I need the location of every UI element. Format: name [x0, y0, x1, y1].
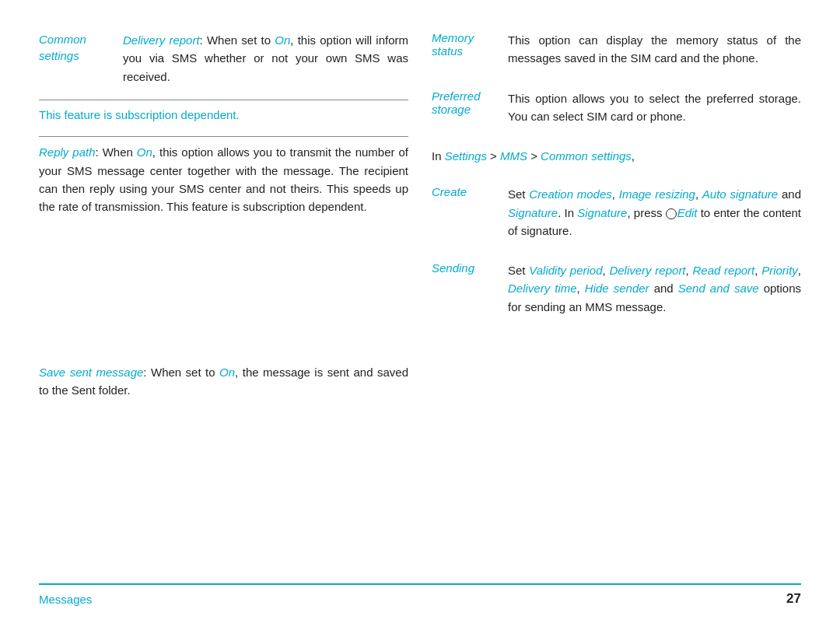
in-settings-pre: In: [432, 149, 445, 163]
in-settings-mms: MMS: [500, 149, 527, 163]
sending-and: and: [649, 282, 678, 295]
create-press: , press: [627, 206, 665, 219]
reply-path-label: Reply path: [39, 145, 96, 159]
sending-pre: Set: [508, 264, 529, 277]
sending-row: Sending Set Validity period, Delivery re…: [432, 261, 801, 316]
footer-page-number: 27: [786, 591, 801, 607]
save-sent-rest: : When set to: [143, 366, 219, 379]
common-label-line1: Common: [39, 33, 86, 46]
memory-status-body: This option can display the memory statu…: [508, 31, 801, 68]
create-auto-signature: Auto signature: [702, 187, 778, 201]
preferred-body-text: This option allows you to select the pre…: [508, 92, 801, 123]
save-sent-on: On: [219, 366, 235, 379]
sending-body: Set Validity period, Delivery report, Re…: [508, 261, 801, 316]
sending-label-col: Sending: [432, 261, 494, 316]
circle-icon: [666, 208, 677, 219]
in-settings-end: ,: [632, 149, 635, 163]
divider-2: [39, 136, 408, 137]
sending-c4: ,: [798, 264, 801, 277]
sending-c3: ,: [754, 264, 761, 277]
reply-path-desc: Reply path: When On, this option allows …: [39, 143, 408, 355]
in-settings-settings: Settings: [445, 149, 487, 163]
common-settings-label: Common settings: [39, 31, 109, 86]
preferred-label-1: Preferred: [432, 89, 481, 103]
sending-delivery: Delivery report: [609, 264, 685, 277]
memory-body-text: This option can display the memory statu…: [508, 33, 801, 65]
create-pre: Set: [508, 187, 529, 201]
preferred-label-2: storage: [432, 103, 471, 116]
left-column: Common settings Delivery report: When se…: [39, 31, 408, 576]
common-label-line2: settings: [39, 49, 79, 62]
create-edit: Edit: [677, 206, 698, 219]
right-column: Memory status This option can display th…: [432, 31, 801, 576]
memory-status-label: Memory status: [432, 31, 494, 68]
divider-1: [39, 100, 408, 100]
create-comma1: ,: [612, 187, 619, 201]
create-and: and: [778, 187, 801, 201]
preferred-storage-body: This option allows you to select the pre…: [508, 89, 801, 126]
sending-priority: Priority: [761, 264, 798, 277]
content-area: Common settings Delivery report: When se…: [39, 31, 801, 576]
delivery-report-term: Delivery report: [123, 33, 200, 47]
preferred-storage-label: Preferred storage: [432, 89, 494, 126]
delivery-report-desc: Delivery report: When set to On, this op…: [123, 31, 408, 86]
sending-time: Delivery time: [508, 282, 577, 295]
delivery-report-body: : When set to: [200, 33, 275, 47]
save-sent-desc: Save sent message: When set to On, the m…: [39, 363, 408, 576]
footer: Messages 27: [39, 583, 801, 607]
in-settings-gt2: >: [527, 149, 541, 163]
sending-hide: Hide sender: [585, 282, 649, 295]
page: Common settings Delivery report: When se…: [0, 0, 840, 630]
create-row: Create Set Creation modes, Image resizin…: [432, 185, 801, 240]
create-body: Set Creation modes, Image resizing, Auto…: [508, 185, 801, 240]
create-comma2: ,: [695, 187, 702, 201]
common-settings-row: Common settings Delivery report: When se…: [39, 31, 408, 86]
in-settings-common: Common settings: [541, 149, 632, 163]
reply-path-body: : When: [96, 145, 137, 159]
create-signature2: Signature: [577, 206, 627, 219]
create-creation-modes: Creation modes: [529, 187, 612, 201]
create-label: Create: [432, 185, 467, 198]
create-signature: Signature: [508, 206, 558, 219]
subscription-text: This feature is subscription dependent.: [39, 108, 240, 121]
create-image-resizing: Image resizing: [619, 187, 695, 201]
delivery-report-on: On: [275, 33, 290, 47]
memory-label-1: Memory: [432, 31, 474, 44]
footer-messages: Messages: [39, 593, 92, 606]
in-settings-line: In Settings > MMS > Common settings,: [432, 147, 801, 165]
reply-path-on: On: [137, 145, 152, 159]
sending-validity: Validity period: [529, 264, 602, 277]
sending-send-save: Send and save: [678, 282, 759, 295]
sending-read: Read report: [692, 264, 754, 277]
subscription-notice: This feature is subscription dependent.: [39, 107, 408, 124]
save-sent-label: Save sent message: [39, 366, 143, 379]
sending-c5: ,: [577, 282, 585, 295]
sending-label: Sending: [432, 261, 474, 275]
in-settings-gt1: >: [487, 149, 500, 163]
create-label-col: Create: [432, 185, 494, 240]
create-in: . In: [558, 206, 577, 219]
preferred-storage-row: Preferred storage This option allows you…: [432, 89, 801, 126]
memory-status-row: Memory status This option can display th…: [432, 31, 801, 68]
memory-label-2: status: [432, 44, 463, 58]
